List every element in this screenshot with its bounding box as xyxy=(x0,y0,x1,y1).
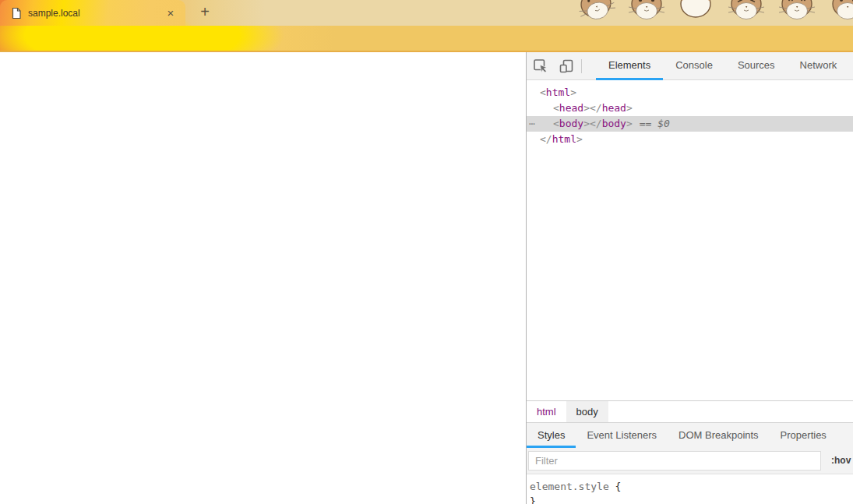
tab-network[interactable]: Network xyxy=(788,52,850,80)
tab-styles[interactable]: Styles xyxy=(527,423,576,448)
console-reference-annotation: == $0 xyxy=(640,118,670,129)
styles-pane: element.style { } xyxy=(527,474,853,504)
dom-node-html-close[interactable]: </html> xyxy=(527,132,853,147)
devtools-panel: Elements Console Sources Network <html> … xyxy=(526,52,853,504)
tab-dom-breakpoints[interactable]: DOM Breakpoints xyxy=(668,423,770,448)
tab-event-listeners[interactable]: Event Listeners xyxy=(576,423,668,448)
dom-node-head[interactable]: <head></head> xyxy=(527,100,853,116)
new-tab-button[interactable]: + xyxy=(192,0,218,26)
sidebar-tabs: Styles Event Listeners DOM Breakpoints P… xyxy=(527,422,853,448)
element-style-rule-close: } xyxy=(530,494,853,504)
hamster-face-icon xyxy=(576,0,616,21)
overflow-ellipsis-icon: … xyxy=(529,114,536,129)
tab-elements[interactable]: Elements xyxy=(596,52,663,80)
hover-state-toggle[interactable]: :hov xyxy=(831,448,851,474)
browser-chrome: sample.local × + xyxy=(0,0,853,52)
styles-filter-input[interactable] xyxy=(528,451,821,471)
browser-tab[interactable]: sample.local × xyxy=(0,0,185,26)
tab-properties[interactable]: Properties xyxy=(770,423,837,448)
tab-strip: sample.local × + xyxy=(0,0,853,26)
breadcrumb: html body xyxy=(527,400,853,422)
hamster-face-icon xyxy=(827,0,853,21)
tab-console[interactable]: Console xyxy=(663,52,725,80)
tab-title: sample.local xyxy=(28,8,162,19)
hamster-face-icon xyxy=(675,0,716,21)
dom-tree: <html> <head></head> …<body></body>== $0… xyxy=(527,81,853,400)
toolbar-divider xyxy=(581,59,582,73)
devtools-toolbar: Elements Console Sources Network xyxy=(527,52,853,80)
inspect-element-button[interactable] xyxy=(529,56,552,76)
page-favicon-icon xyxy=(10,7,23,19)
hamster-face-icon xyxy=(626,0,667,21)
browser-toolbar: 保護されていない通信 | sample.local/ xyxy=(0,26,853,52)
dom-node-html-open[interactable]: <html> xyxy=(527,85,853,100)
tab-close-icon[interactable]: × xyxy=(162,5,179,22)
theme-hamster-decoration xyxy=(573,0,853,21)
breadcrumb-html[interactable]: html xyxy=(527,401,566,422)
styles-filter-bar: :hov xyxy=(527,448,853,474)
element-style-rule[interactable]: element.style { xyxy=(530,479,853,494)
page-viewport[interactable] xyxy=(0,52,526,504)
screen: sample.local × + xyxy=(0,0,853,504)
hamster-face-icon xyxy=(726,0,767,21)
tab-sources[interactable]: Sources xyxy=(725,52,788,80)
breadcrumb-body[interactable]: body xyxy=(566,401,608,422)
hamster-face-icon xyxy=(777,0,817,21)
device-toolbar-button[interactable] xyxy=(555,56,578,76)
devtools-main-tabs: Elements Console Sources Network xyxy=(596,52,849,80)
dom-node-body-selected[interactable]: …<body></body>== $0 xyxy=(527,116,853,132)
